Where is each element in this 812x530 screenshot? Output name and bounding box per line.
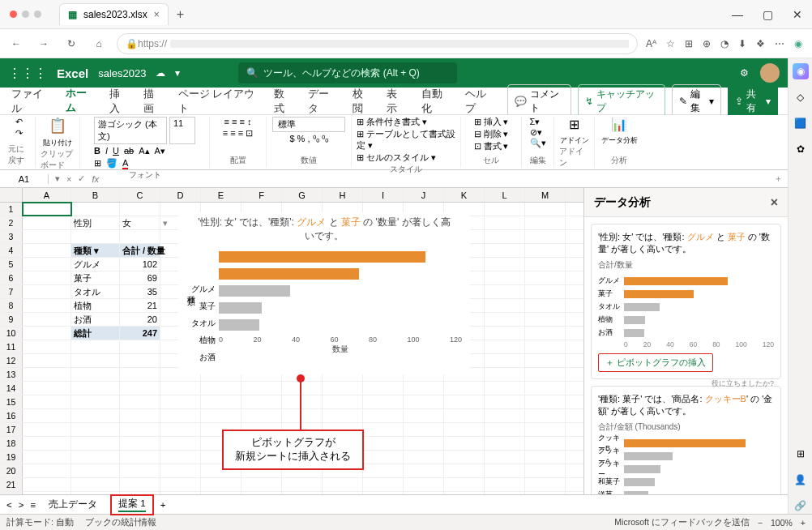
delete-cells-button[interactable]: ⊟ 削除 ▾ xyxy=(474,129,509,140)
format-cells-button[interactable]: ⊡ 書式 ▾ xyxy=(474,141,509,152)
zoom-in-icon[interactable]: + xyxy=(801,518,806,528)
tab-title: sales2023.xlsx xyxy=(83,9,147,20)
analyze-pane-title: データ分析 xyxy=(594,195,651,210)
insert-pivot-chart-button[interactable]: ＋ ピボットグラフの挿入 xyxy=(598,353,713,372)
excel-favicon-icon: ▦ xyxy=(68,9,77,20)
address-bar: ← → ↻ ⌂ 🔒 https:// Aᴬ ☆ ⊞ ⊕ ◔ ⬇ ❖ ⋯ ◉ xyxy=(0,29,812,58)
cell-styles-button[interactable]: ⊞ セルのスタイル ▾ xyxy=(357,152,436,164)
bold-button[interactable]: B xyxy=(94,146,100,156)
add-sheet-icon[interactable]: + xyxy=(160,500,166,510)
font-select[interactable]: 游ゴシック (本文) xyxy=(94,117,167,144)
collections-icon[interactable]: ⊞ xyxy=(685,38,693,49)
cond-format-button[interactable]: ⊞ 条件付き書式 ▾ xyxy=(357,117,427,128)
sheet-list-icon[interactable]: ≡ xyxy=(30,500,36,510)
undo-icon[interactable]: ↶ xyxy=(15,117,23,126)
rail-icon-3[interactable]: ✿ xyxy=(793,141,809,157)
chart-title: '性別: 女' では、'種類': グルメ と 菓子 の '数量' が著しく高いで… xyxy=(178,212,470,246)
size-select[interactable]: 11 xyxy=(169,117,195,144)
home-icon[interactable]: ⌂ xyxy=(89,38,109,49)
search-input[interactable]: 🔍 ツール、ヘルプなどの検索 (Alt + Q) xyxy=(238,62,457,83)
settings-icon[interactable]: ⚙ xyxy=(740,67,749,79)
feedback-link[interactable]: Microsoft にフィードバックを送信 xyxy=(614,517,750,528)
avatar[interactable] xyxy=(760,63,780,83)
forward-icon[interactable]: → xyxy=(34,38,53,49)
calc-mode[interactable]: 計算モード: 自動 xyxy=(6,517,74,528)
zoom-out-icon[interactable]: − xyxy=(758,518,763,528)
browser-titlebar: ▦ sales2023.xlsx × + ― ▢ ✕ xyxy=(0,0,812,29)
helpful-link[interactable]: 役に立ちましたか? xyxy=(712,378,774,389)
rail-icon-apps[interactable]: ⊞ xyxy=(793,446,809,462)
close-tab-icon[interactable]: × xyxy=(154,9,160,20)
sheet-nav-prev-icon[interactable]: < xyxy=(6,500,12,510)
redo-icon[interactable]: ↷ xyxy=(15,128,23,138)
workbook-stats[interactable]: ブックの統計情報 xyxy=(85,517,156,528)
insight-card-2[interactable]: '種類: 菓子' では、'商品名: クッキーB' の '金額' が著しく高いです… xyxy=(591,386,781,494)
addins-icon[interactable]: ⊞ xyxy=(569,117,579,132)
underline-button[interactable]: U xyxy=(113,146,119,156)
insert-cells-button[interactable]: ⊞ 挿入 ▾ xyxy=(474,117,509,128)
analyze-icon[interactable]: 📊 xyxy=(611,117,627,132)
close-pane-icon[interactable]: × xyxy=(771,195,778,210)
callout-annotation: ピボットグラフが 新規シートに挿入される xyxy=(222,430,364,470)
expand-formula-icon[interactable]: ＋ xyxy=(769,173,788,185)
window-dots xyxy=(0,11,51,18)
sheet-nav-next-icon[interactable]: > xyxy=(19,500,24,510)
rail-icon-link[interactable]: 🔗 xyxy=(793,498,809,514)
insight-card-1[interactable]: '性別: 女' では、'種類: グルメ と 菓子 の '数量' が著しく高いです… xyxy=(591,224,781,379)
sheet-tab-suggest[interactable]: 提案 1 xyxy=(110,494,154,515)
app-icon[interactable]: ❖ xyxy=(756,38,765,49)
zoom-level: 100% xyxy=(771,518,793,528)
rail-icon-person[interactable]: 👤 xyxy=(793,472,809,488)
copilot-icon[interactable]: ◉ xyxy=(794,38,802,49)
spreadsheet-grid[interactable]: A B C D E F G H I J K L M 12性別女▾34種類 ▾合計… xyxy=(0,188,583,494)
reload-icon[interactable]: ↻ xyxy=(62,38,81,49)
side-rail: ◉ ◇ 🟦 ✿ ⊞ 👤 🔗 xyxy=(788,58,812,514)
status-bar: 計算モード: 自動 ブックの統計情報 Microsoft にフィードバックを送信… xyxy=(0,514,812,530)
fill-color-icon[interactable]: 🪣 xyxy=(106,158,118,169)
back-icon[interactable]: ← xyxy=(6,38,26,49)
comment-button[interactable]: 💬 コメント xyxy=(507,84,571,118)
favorite-icon[interactable]: ☆ xyxy=(666,38,675,49)
lock-icon: 🔒 xyxy=(126,38,138,49)
rail-icon-2[interactable]: 🟦 xyxy=(793,115,809,131)
doc-name[interactable]: sales2023 xyxy=(98,67,146,79)
border-icon[interactable]: ⊞ xyxy=(94,158,101,169)
sheet-tab-data[interactable]: 売上データ xyxy=(42,497,104,512)
paste-icon[interactable]: 📋 xyxy=(49,117,66,135)
new-tab-button[interactable]: + xyxy=(169,7,192,22)
rail-icon-1[interactable]: ◇ xyxy=(793,89,809,105)
text-size-icon[interactable]: Aᴬ xyxy=(646,38,656,49)
more-icon[interactable]: ⋯ xyxy=(775,38,784,49)
number-format-select[interactable]: 標準 xyxy=(272,117,345,132)
catchup-button[interactable]: ↯ キャッチアップ xyxy=(578,84,665,118)
table-format-button[interactable]: ⊞ テーブルとして書式設定 ▾ xyxy=(357,129,455,152)
download-icon[interactable]: ⬇ xyxy=(738,38,746,49)
chevron-down-icon[interactable]: ▾ xyxy=(175,67,180,79)
browser-tab[interactable]: ▦ sales2023.xlsx × xyxy=(59,3,169,25)
ribbon: ↶ ↷ 元に戻す 📋 貼り付け クリップボード 游ゴシック (本文) 11 B … xyxy=(0,115,788,170)
sheet-tab-bar: < > ≡ 売上データ 提案 1 + xyxy=(0,494,788,514)
share-button[interactable]: ⇪ 共有 ▾ xyxy=(728,84,778,118)
name-box[interactable]: A1 xyxy=(0,174,49,184)
italic-button[interactable]: I xyxy=(105,146,108,156)
maximize-icon[interactable]: ▢ xyxy=(763,8,773,21)
app-launcher-icon[interactable]: ⋮⋮⋮ xyxy=(8,66,47,81)
extensions-icon[interactable]: ⊕ xyxy=(703,38,711,49)
edit-button[interactable]: ✎ 編集 ▾ xyxy=(672,84,722,118)
search-icon: 🔍 xyxy=(246,67,259,79)
pivot-chart[interactable]: '性別: 女' では、'種類': グルメ と 菓子 の '数量' が著しく高いで… xyxy=(178,212,470,374)
strike-button[interactable]: ab xyxy=(124,146,134,156)
close-window-icon[interactable]: ✕ xyxy=(793,8,802,21)
fx-label[interactable]: fx xyxy=(92,174,99,184)
app-name: Excel xyxy=(57,66,88,80)
ribbon-tabs: ファイル ホーム 挿入 描画 ページ レイアウト 数式 データ 校閲 表示 自動… xyxy=(0,88,788,115)
font-color-icon[interactable]: A xyxy=(122,158,128,169)
cloud-icon: ☁ xyxy=(156,67,165,79)
url-field[interactable]: 🔒 https:// xyxy=(117,33,638,54)
copilot-rail-icon[interactable]: ◉ xyxy=(793,63,809,79)
formula-bar: A1 ▾×✓fx ＋ xyxy=(0,170,788,188)
analyze-data-pane: データ分析 × '性別: 女' では、'種類: グルメ と 菓子 の '数量' … xyxy=(583,188,788,494)
profile-icon[interactable]: ◔ xyxy=(720,38,729,49)
minimize-icon[interactable]: ― xyxy=(732,8,743,21)
